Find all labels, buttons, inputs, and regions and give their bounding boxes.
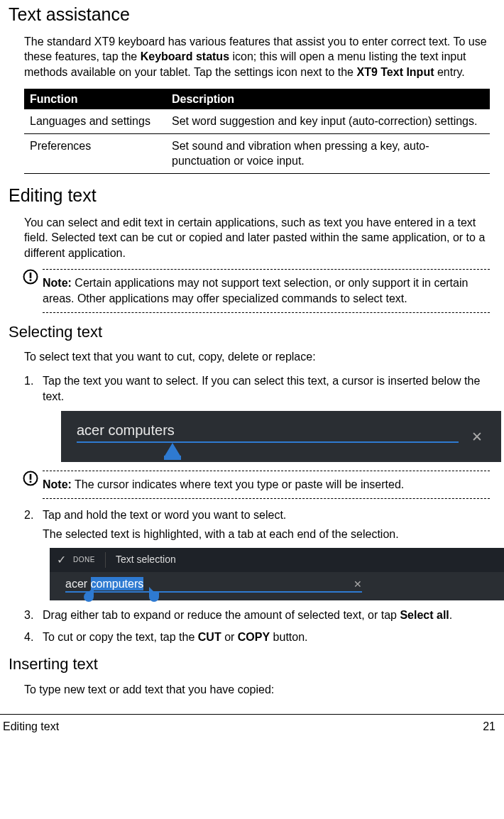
footer-page-number: 21 <box>483 719 495 735</box>
step-text: Tap and hold the text or word you want t… <box>43 507 490 523</box>
selection-text: acer computers <box>65 577 143 590</box>
svg-rect-4 <box>30 474 32 480</box>
para-editing-text: You can select and edit text in certain … <box>24 215 490 261</box>
heading-text-assistance: Text assistance <box>9 3 495 27</box>
note-block: Note: The cursor indicates where text yo… <box>24 471 490 499</box>
heading-editing-text: Editing text <box>9 184 495 208</box>
para-text-assistance: The standard XT9 keyboard has various fe… <box>24 34 490 80</box>
note-block: Note: Certain applications may not suppo… <box>24 269 490 312</box>
clear-icon: ✕ <box>354 578 362 591</box>
underline <box>77 441 459 443</box>
para-inserting-intro: To type new text or add text that you ha… <box>24 682 490 698</box>
step-text: To cut or copy the text, tap the CUT or … <box>43 630 490 645</box>
heading-selecting-text: Selecting text <box>9 321 495 343</box>
divider <box>105 552 106 568</box>
step-text: Tap the text you want to select. If you … <box>43 373 490 404</box>
note-text: Note: Certain applications may not suppo… <box>43 275 490 306</box>
done-label: DONE <box>73 555 95 565</box>
th-function: Function <box>24 89 166 110</box>
svg-rect-2 <box>30 280 32 282</box>
functions-table: Function Description Languages and setti… <box>24 89 490 174</box>
step-text: The selected text is highlighted, with a… <box>43 527 490 542</box>
underline <box>65 591 362 593</box>
step-4: To cut or copy the text, tap the CUT or … <box>24 630 490 645</box>
note-text: Note: The cursor indicates where text yo… <box>43 477 490 493</box>
footer-section-title: Editing text <box>3 719 59 735</box>
cursor-handle-icon <box>164 443 181 457</box>
cell-function: Languages and settings <box>24 109 166 133</box>
table-row: Preferences Set sound and vibration when… <box>24 133 490 173</box>
page-footer: Editing text 21 <box>0 714 504 742</box>
step-2: Tap and hold the text or word you want t… <box>24 507 490 600</box>
selection-handle-right-icon <box>149 592 159 602</box>
clear-icon: ✕ <box>471 428 483 446</box>
svg-rect-5 <box>30 481 32 483</box>
step-1: Tap the text you want to select. If you … <box>24 373 490 462</box>
step-text: Drag either tab to expand or reduce the … <box>43 608 490 623</box>
selection-handle-left-icon <box>84 592 94 602</box>
check-icon: ✓ <box>57 552 66 568</box>
search-text: acer computers <box>77 422 175 438</box>
alert-icon <box>23 269 38 285</box>
table-row: Languages and settings Set word suggesti… <box>24 109 490 133</box>
selection-title: Text selection <box>116 553 176 566</box>
steps-list-cont: Tap and hold the text or word you want t… <box>24 507 490 645</box>
screenshot-selection: ✓ DONE Text selection acer computers ✕ <box>50 548 504 600</box>
svg-rect-1 <box>30 273 32 278</box>
cell-function: Preferences <box>24 133 166 173</box>
para-selecting-intro: To select text that you want to cut, cop… <box>24 349 490 365</box>
steps-list: Tap the text you want to select. If you … <box>24 373 490 462</box>
alert-icon <box>23 471 38 486</box>
cell-description: Set sound and vibration when pressing a … <box>166 133 490 173</box>
th-description: Description <box>166 89 490 110</box>
heading-inserting-text: Inserting text <box>9 654 495 675</box>
cell-description: Set word suggestion and key input (auto-… <box>166 109 490 133</box>
step-3: Drag either tab to expand or reduce the … <box>24 608 490 623</box>
screenshot-cursor: acer computers ✕ <box>61 411 490 462</box>
